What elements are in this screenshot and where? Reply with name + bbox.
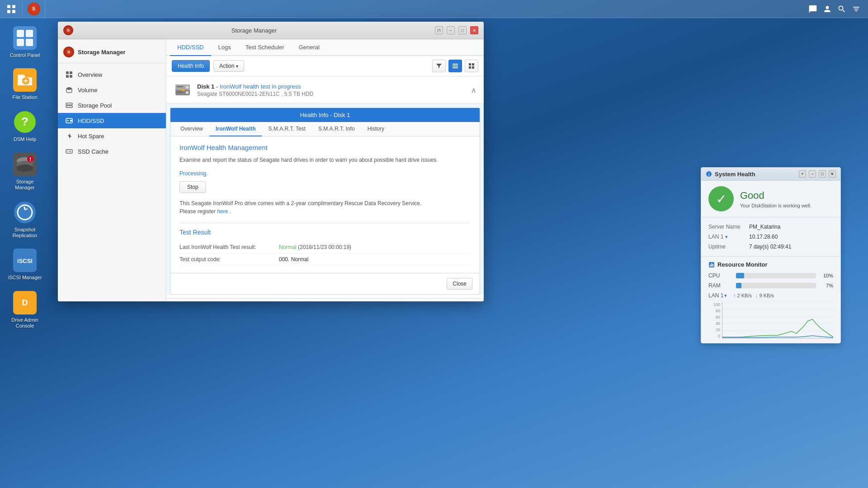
mini-chart-container: 100 80 60 40 20 0 <box>708 302 833 338</box>
health-status-text: Good Your DiskStation is working well. <box>740 190 811 208</box>
svg-rect-24 <box>66 71 69 74</box>
volume-label: Volume <box>78 87 97 94</box>
disk-list: Disk 1 - IronWolf health test in progres… <box>166 76 484 301</box>
action-button[interactable]: Action ▾ <box>213 60 244 72</box>
desktop-icon-file-station[interactable]: File Station <box>5 65 45 103</box>
svg-rect-0 <box>7 5 10 8</box>
sidebar-item-overview[interactable]: Overview <box>58 67 166 82</box>
disk-item-2: Disk 2 Seagate ST6000NE0021-2EN11C , 5.5… <box>166 299 484 301</box>
desktop-icon-control-panel[interactable]: Control Panel <box>5 23 45 61</box>
sidebar-item-hot-spare[interactable]: Hot Spare <box>58 128 166 144</box>
window-title: Storage Manager <box>73 27 435 34</box>
server-name-value: PM_Katarina <box>749 224 780 230</box>
health-tab-overview[interactable]: Overview <box>174 122 209 136</box>
add-widget-button[interactable]: + <box>799 170 806 178</box>
disk-1-expanded: Health Info - Disk 1 Overview IronWolf H… <box>166 103 484 295</box>
result-row-2: Test output code: 000. Normal <box>179 253 471 266</box>
result-value-2: 000. Normal <box>279 256 308 263</box>
svg-point-32 <box>71 120 72 122</box>
disk-1-status-link[interactable]: IronWolf health test in progress <box>220 83 301 90</box>
stop-button[interactable]: Stop <box>179 181 206 193</box>
uptime-label: Uptime <box>708 244 749 250</box>
tab-general[interactable]: General <box>292 39 327 56</box>
health-status-area: ✓ Good Your DiskStation is working well. <box>701 181 840 217</box>
lan-monitor-label: LAN 1 ▾ <box>708 292 733 299</box>
svg-point-28 <box>66 87 72 90</box>
register-here-link[interactable]: here <box>217 208 228 215</box>
window-logo: S <box>63 25 73 35</box>
user-icon[interactable] <box>823 5 832 14</box>
tab-logs[interactable]: Logs <box>211 39 238 56</box>
disk-1-name: Disk 1 - IronWolf health test in progres… <box>197 83 466 90</box>
disk-1-chevron-icon[interactable]: ∧ <box>471 86 476 94</box>
maximize-button[interactable]: □ <box>458 26 467 34</box>
sidebar-logo: S <box>63 47 74 57</box>
tabs-bar: HDD/SSD Logs Test Scheduler General <box>166 39 484 56</box>
notifications-icon[interactable] <box>852 5 861 14</box>
action-chevron-icon: ▾ <box>236 64 238 69</box>
list-view-button[interactable] <box>448 60 462 72</box>
health-tab-history[interactable]: History <box>361 122 391 136</box>
health-tab-ironwolf[interactable]: IronWolf Health <box>209 122 262 136</box>
disk-2-header[interactable]: Disk 2 Seagate ST6000NE0021-2EN11C , 5.5… <box>166 299 484 301</box>
storage-pool-label: Storage Pool <box>78 102 112 109</box>
close-button[interactable]: Close <box>447 278 472 290</box>
panel-footer: Close <box>170 273 480 294</box>
taskbar-drive-icon[interactable]: S <box>23 0 45 18</box>
cpu-pct: 10% <box>819 273 833 278</box>
desktop-icon-drive-admin[interactable]: D Drive Admin Console <box>5 287 45 332</box>
sidebar-item-storage-pool[interactable]: Storage Pool <box>58 98 166 113</box>
lan-label: LAN 1 ▾ <box>708 234 749 240</box>
minimize-widget-button[interactable]: − <box>809 170 816 178</box>
pin-button[interactable]: ⊓ <box>435 26 443 34</box>
health-tab-smart-test[interactable]: S.M.A.R.T. Test <box>262 122 311 136</box>
svg-rect-68 <box>712 264 713 267</box>
ironwolf-title: IronWolf Health Management <box>179 144 471 151</box>
server-name-label: Server Name <box>708 224 749 230</box>
iscsi-label: iSCSI Manager <box>8 275 42 281</box>
lan-dropdown[interactable]: ▾ <box>725 234 728 240</box>
sidebar-item-hdd-ssd[interactable]: HDD/SSD <box>58 113 166 128</box>
filter-icon-button[interactable] <box>432 60 446 72</box>
taskbar: S <box>0 0 868 18</box>
desktop-icon-dsm-help[interactable]: ? DSM Help <box>5 107 45 145</box>
svg-rect-66 <box>710 265 711 267</box>
control-panel-label: Control Panel <box>10 52 40 58</box>
health-tab-smart-info[interactable]: S.M.A.R.T. Info <box>312 122 361 136</box>
svg-rect-27 <box>70 75 72 78</box>
svg-rect-49 <box>177 92 183 93</box>
desktop-icon-iscsi-manager[interactable]: iSCSI iSCSI Manager <box>5 245 45 283</box>
desktop-icon-snapshot-replication[interactable]: Snapshot Replication <box>5 197 45 241</box>
desktop-icons: Control Panel File Station ? DSM Help St… <box>5 23 45 332</box>
svg-rect-25 <box>70 71 72 74</box>
expand-widget-button[interactable]: □ <box>819 170 826 178</box>
tab-hdd-ssd[interactable]: HDD/SSD <box>170 39 211 56</box>
svg-rect-5 <box>17 30 24 37</box>
search-icon[interactable] <box>837 5 846 14</box>
detail-view-button[interactable] <box>465 60 478 72</box>
close-widget-button[interactable]: ✕ <box>829 170 836 178</box>
desktop-icon-storage-manager[interactable]: Storage Manager <box>5 149 45 193</box>
disk-1-header[interactable]: Disk 1 - IronWolf health test in progres… <box>166 76 484 103</box>
svg-rect-26 <box>66 75 69 78</box>
disk-1-icon <box>174 81 192 99</box>
result-value-1: Normal (2018/11/23 00:00:19) <box>279 244 351 250</box>
close-button[interactable]: ✕ <box>470 26 478 34</box>
chat-icon[interactable] <box>808 5 817 14</box>
svg-rect-43 <box>472 66 474 69</box>
resource-monitor-section: Resource Monitor CPU 10% RAM 7% LAN 1 ▾ … <box>701 257 840 343</box>
taskbar-app-grid[interactable] <box>0 0 23 18</box>
chart-y-labels: 100 80 60 40 20 0 <box>708 302 722 338</box>
svg-text:i: i <box>708 172 710 177</box>
snapshot-label: Snapshot Replication <box>7 227 42 239</box>
tab-test-scheduler[interactable]: Test Scheduler <box>238 39 292 56</box>
sidebar-item-ssd-cache[interactable]: SSD Cache <box>58 144 166 159</box>
window-titlebar: S Storage Manager ⊓ − □ ✕ <box>58 22 484 39</box>
health-info-button[interactable]: Health Info <box>172 60 210 72</box>
lan-monitor-dropdown[interactable]: ▾ <box>724 293 727 299</box>
minimize-button[interactable]: − <box>447 26 455 34</box>
svg-rect-67 <box>711 263 712 267</box>
sidebar-item-volume[interactable]: Volume <box>58 82 166 98</box>
ram-bar <box>736 283 741 288</box>
sidebar-header: S Storage Manager <box>58 43 166 63</box>
